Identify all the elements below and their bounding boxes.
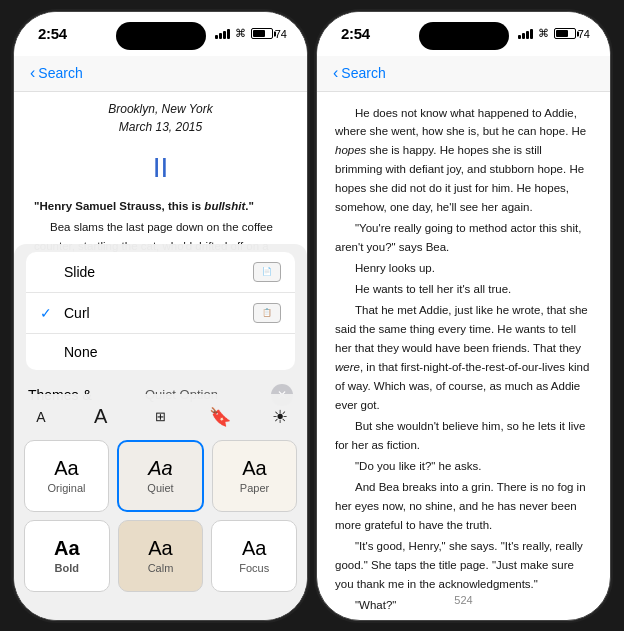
book-content-right: He does not know what happened to Addie,… bbox=[317, 92, 610, 621]
book-para: "It's good, Henry," she says. "It's real… bbox=[335, 537, 592, 594]
slide-icon-slide: 📄 bbox=[253, 262, 281, 282]
back-chevron-left: ‹ bbox=[30, 64, 35, 82]
slide-option-none[interactable]: None bbox=[26, 334, 295, 370]
book-para: He wants to tell her it's all true. bbox=[335, 280, 592, 299]
theme-row-2: Aa Bold Aa Calm Aa Focus bbox=[24, 520, 297, 592]
book-para: And Bea breaks into a grin. There is no … bbox=[335, 478, 592, 535]
themes-button[interactable]: ⊞ bbox=[144, 400, 178, 434]
theme-quiet-aa: Aa bbox=[148, 457, 172, 480]
book-header: Brooklyn, New York March 13, 2015 bbox=[34, 100, 287, 136]
theme-focus[interactable]: Aa Focus bbox=[211, 520, 297, 592]
theme-original-label: Original bbox=[48, 482, 86, 494]
back-button-left[interactable]: ‹ Search bbox=[30, 64, 83, 82]
signal-icon-right bbox=[518, 29, 533, 39]
battery-left: 74 bbox=[251, 28, 287, 40]
signal-icon bbox=[215, 29, 230, 39]
theme-focus-aa: Aa bbox=[242, 537, 266, 560]
book-para: But she wouldn't believe him, so he lets… bbox=[335, 417, 592, 455]
font-increase-button[interactable]: A bbox=[84, 400, 118, 434]
theme-bold-aa: Aa bbox=[54, 537, 80, 560]
theme-focus-label: Focus bbox=[239, 562, 269, 574]
book-para: That he met Addie, just like he wrote, t… bbox=[335, 301, 592, 415]
status-icons-right: ⌘ 74 bbox=[518, 27, 590, 40]
time-right: 2:54 bbox=[341, 25, 370, 42]
wifi-icon-right: ⌘ bbox=[538, 27, 549, 40]
theme-grid: Aa Original Aa Quiet Aa Paper Aa Bold Aa… bbox=[14, 434, 307, 620]
slide-options: Slide 📄 ✓ Curl 📋 None bbox=[26, 252, 295, 370]
theme-row-1: Aa Original Aa Quiet Aa Paper bbox=[24, 440, 297, 512]
status-icons-left: ⌘ 74 bbox=[215, 27, 287, 40]
dynamic-island bbox=[116, 22, 206, 50]
curl-label: Curl bbox=[64, 305, 90, 321]
theme-calm-label: Calm bbox=[148, 562, 174, 574]
back-button-right[interactable]: ‹ Search bbox=[333, 64, 386, 82]
theme-bold-label: Bold bbox=[55, 562, 79, 574]
book-location: Brooklyn, New York bbox=[34, 100, 287, 118]
theme-quiet[interactable]: Aa Quiet bbox=[117, 440, 204, 512]
wifi-icon: ⌘ bbox=[235, 27, 246, 40]
check-curl: ✓ bbox=[40, 305, 56, 321]
book-date: March 13, 2015 bbox=[34, 118, 287, 136]
reading-toolbar: A A ⊞ 🔖 ☀ bbox=[14, 394, 307, 440]
nav-bar-left: ‹ Search bbox=[14, 56, 307, 92]
book-para: "My thesis. Remember? I wanted to do it … bbox=[335, 617, 592, 621]
theme-original[interactable]: Aa Original bbox=[24, 440, 109, 512]
slide-label: Slide bbox=[64, 264, 95, 280]
book-para: Henry looks up. bbox=[335, 259, 592, 278]
theme-original-aa: Aa bbox=[54, 457, 78, 480]
time-left: 2:54 bbox=[38, 25, 67, 42]
chapter-number: II bbox=[34, 146, 287, 189]
nav-bar-right: ‹ Search bbox=[317, 56, 610, 92]
book-para: He does not know what happened to Addie,… bbox=[335, 104, 592, 218]
page-number: 524 bbox=[454, 594, 472, 606]
back-chevron-right: ‹ bbox=[333, 64, 338, 82]
dynamic-island-right bbox=[419, 22, 509, 50]
brightness-button[interactable]: ☀ bbox=[263, 400, 297, 434]
left-phone: 2:54 ⌘ 74 ‹ Search Brooklyn, New York Ma… bbox=[13, 11, 308, 621]
back-label-left: Search bbox=[38, 65, 82, 81]
theme-calm-aa: Aa bbox=[148, 537, 172, 560]
book-para: "You're really going to method actor thi… bbox=[335, 219, 592, 257]
slide-option-slide[interactable]: Slide 📄 bbox=[26, 252, 295, 293]
right-phone: 2:54 ⌘ 74 ‹ Search He does not know what… bbox=[316, 11, 611, 621]
bookmark-button[interactable]: 🔖 bbox=[203, 400, 237, 434]
slide-icon-curl: 📋 bbox=[253, 303, 281, 323]
theme-paper[interactable]: Aa Paper bbox=[212, 440, 297, 512]
theme-quiet-label: Quiet bbox=[147, 482, 173, 494]
book-para: "Do you like it?" he asks. bbox=[335, 457, 592, 476]
theme-bold[interactable]: Aa Bold bbox=[24, 520, 110, 592]
font-decrease-button[interactable]: A bbox=[24, 400, 58, 434]
theme-paper-label: Paper bbox=[240, 482, 269, 494]
battery-right: 74 bbox=[554, 28, 590, 40]
theme-calm[interactable]: Aa Calm bbox=[118, 520, 204, 592]
back-label-right: Search bbox=[341, 65, 385, 81]
theme-paper-aa: Aa bbox=[242, 457, 266, 480]
slide-option-curl[interactable]: ✓ Curl 📋 bbox=[26, 293, 295, 334]
none-label: None bbox=[64, 344, 97, 360]
